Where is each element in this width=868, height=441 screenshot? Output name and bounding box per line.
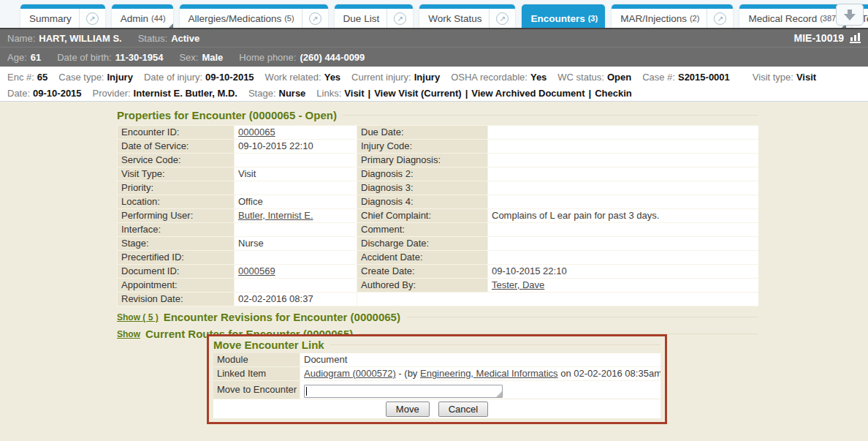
- tab-label: Admin: [121, 13, 148, 24]
- tab-admin[interactable]: Admin(44): [112, 4, 173, 28]
- encounter-id-link[interactable]: 0000065: [238, 127, 275, 137]
- open-in-new-icon: ↗: [394, 12, 406, 25]
- open-chart-icon-button[interactable]: ↗: [387, 9, 413, 28]
- performing-user-link[interactable]: Butler, Internist E.: [238, 210, 313, 221]
- field-label: Diagnosis 4:: [357, 195, 487, 208]
- encounter-revisions-section: Show ( 5 ) Encounter Revisions for Encou…: [117, 311, 758, 323]
- tab-due-list[interactable]: Due List ↗: [335, 4, 414, 28]
- move-to-encounter-input[interactable]: [304, 385, 503, 398]
- open-chart-icon-button[interactable]: ↗: [79, 9, 105, 28]
- field-value: Complains of L ear pain for past 3 days.: [488, 209, 758, 222]
- field-label: Appointment:: [118, 279, 234, 292]
- status-label: Status:: [138, 33, 167, 44]
- field-value: Office: [235, 195, 357, 208]
- name-label: Name:: [7, 33, 35, 44]
- document-id-link[interactable]: 0000569: [238, 265, 275, 276]
- provider-value: Internist E. Butler, M.D.: [134, 88, 237, 99]
- audiogram-document-link[interactable]: Audiogram (0000572): [304, 368, 396, 379]
- authored-by-link[interactable]: Tester, Dave: [492, 279, 544, 290]
- view-visit-link[interactable]: View Visit (Current): [374, 88, 461, 99]
- linked-item-value: Audiogram (0000572) - (by Engineering, M…: [300, 367, 660, 380]
- tab-work-status[interactable]: Work Status ↗: [419, 4, 515, 28]
- show-revisions-link[interactable]: Show ( 5 ): [117, 312, 159, 323]
- field-label: Stage:: [118, 237, 234, 250]
- visit-link[interactable]: Visit: [344, 88, 364, 99]
- field-value: [488, 195, 758, 208]
- webchart-window: Summary ↗ Admin(44) Allergies/Medication…: [0, 0, 868, 441]
- sex-label: Sex:: [179, 52, 198, 63]
- case-number-value: S2015-0001: [678, 72, 730, 83]
- patient-status: Active: [171, 33, 199, 44]
- open-chart-icon-button[interactable]: ↗: [707, 9, 733, 28]
- down-arrow-icon: [844, 10, 856, 20]
- current-injury-label: Current injury:: [351, 72, 411, 83]
- case-type-label: Case type:: [58, 72, 104, 83]
- dialog-form: Module Document Linked Item Audiogram (0…: [213, 353, 660, 399]
- visit-type-value: Visit: [796, 72, 816, 83]
- field-label: Injury Code:: [357, 140, 487, 153]
- work-related-value: Yes: [324, 72, 340, 83]
- date-label: Date:: [7, 88, 30, 99]
- field-label: Diagnosis 3:: [357, 181, 487, 195]
- open-in-new-icon: ↗: [496, 12, 509, 25]
- sex-value: Male: [202, 52, 223, 63]
- encounter-info-line1: Enc #:65 Case type:Injury Date of injury…: [7, 69, 861, 85]
- open-chart-icon-button[interactable]: ↗: [489, 9, 515, 28]
- author-user-link[interactable]: Engineering, Medical Informatics: [420, 368, 558, 379]
- move-to-encounter-label: Move to Encounter: [213, 381, 300, 399]
- field-label: Precertified ID:: [118, 251, 234, 264]
- view-archived-document-link[interactable]: View Archived Document: [471, 88, 585, 99]
- tab-mar-injections[interactable]: MAR/Injections(2) ↗: [612, 4, 733, 28]
- separator: |: [368, 88, 371, 99]
- case-number-label: Case #:: [642, 72, 675, 83]
- enc-number-label: Enc #:: [7, 72, 34, 83]
- tab-medical-record[interactable]: Medical Record(387): [739, 4, 845, 28]
- field-value: [235, 279, 357, 292]
- show-routes-link[interactable]: Show: [117, 329, 140, 339]
- field-value: [488, 237, 758, 250]
- work-related-label: Work related:: [265, 72, 321, 83]
- tab-label: Medical Record: [748, 13, 817, 24]
- tab-allergies-medications[interactable]: Allergies/Medications(5) ↗: [180, 4, 328, 28]
- current-injury-value: Injury: [414, 72, 440, 83]
- tab-label: Allergies/Medications: [189, 13, 282, 24]
- separator: |: [589, 88, 592, 99]
- tab-count: (44): [151, 14, 166, 23]
- field-value: Tester, Dave: [488, 279, 758, 292]
- provider-label: Provider:: [93, 88, 131, 99]
- field-value: [488, 251, 758, 264]
- chart-id: MIE-10019: [794, 32, 844, 44]
- field-value: Nurse: [235, 237, 357, 250]
- enc-number-value: 65: [37, 72, 47, 83]
- field-label: Chief Complaint:: [357, 209, 487, 222]
- tab-label: Work Status: [428, 13, 481, 24]
- field-value: [488, 140, 758, 153]
- injury-date-label: Date of injury:: [144, 72, 202, 83]
- field-value: [357, 293, 758, 306]
- cancel-button[interactable]: Cancel: [438, 402, 488, 417]
- open-in-new-icon: ↗: [86, 12, 99, 25]
- linked-item-text: on 02-02-2016 08:35am): [558, 368, 660, 379]
- field-value: [235, 181, 357, 195]
- bar-chart-icon[interactable]: [850, 33, 861, 43]
- open-chart-icon-button[interactable]: ↗: [302, 9, 328, 28]
- phone-value: (260) 444-0099: [300, 52, 365, 63]
- field-label: Authored By:: [357, 279, 487, 292]
- module-label: Module: [213, 353, 300, 366]
- tab-summary[interactable]: Summary ↗: [20, 4, 105, 28]
- checkin-link[interactable]: Checkin: [595, 88, 632, 99]
- tab-encounters[interactable]: Encounters(3): [522, 4, 605, 28]
- move-button[interactable]: Move: [386, 402, 430, 417]
- field-value: 0000065: [235, 126, 357, 139]
- text-caret: [306, 387, 307, 396]
- field-value: [488, 154, 758, 167]
- field-value: 09-10-2015 22:10: [235, 140, 357, 153]
- field-value: Butler, Internist E.: [235, 209, 357, 222]
- field-value: 09-10-2015 22:10: [488, 265, 758, 278]
- separator: |: [465, 88, 468, 99]
- tab-count: (2): [690, 14, 699, 23]
- encounter-info-strip: Enc #:65 Case type:Injury Date of injury…: [0, 67, 868, 102]
- field-value: Visit: [235, 167, 357, 181]
- patient-name: HART, WILLIAM S.: [39, 33, 121, 44]
- more-tabs-button[interactable]: [836, 4, 864, 26]
